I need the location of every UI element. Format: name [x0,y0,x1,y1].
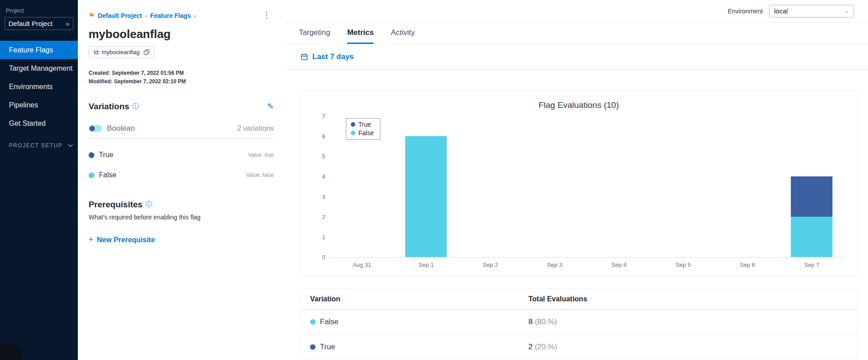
x-axis-tick-label: Sep 5 [651,257,715,274]
main-content: Environment local ⌄ Targeting Metrics Ac… [284,0,868,360]
sidebar-project-setup-toggle[interactable]: PROJECT SETUP [4,142,73,149]
flag-id-chip[interactable]: Id: mybooleanflag [89,46,154,58]
chart-title: Flag Evaluations (10) [310,100,847,110]
bar-false-sep-7[interactable] [791,217,833,257]
x-axis-tick-label: Sep 2 [458,257,523,274]
y-axis-tick-label: 5 [322,153,325,160]
sidebar: Project Default Project » Feature Flags … [0,0,78,360]
variation-type-label: Boolean [107,124,135,133]
flag-evaluations-chart: Flag Evaluations (10) 01234567 TrueFalse… [301,91,857,277]
legend-label: True [358,121,371,128]
variation-name: False [99,171,116,179]
tab-bar: Targeting Metrics Activity [284,22,868,44]
variation-row-true: True Value: true [89,151,274,159]
info-icon[interactable]: ⓘ [145,201,152,209]
variations-heading-text: Variations [89,102,129,111]
breadcrumb-project-link[interactable]: Default Project [98,12,142,19]
x-axis-tick-label: Sep 1 [394,257,459,274]
date-range-label: Last 7 days [312,52,354,61]
copy-icon[interactable] [144,49,149,55]
info-icon[interactable]: ⓘ [132,103,139,111]
variation-value: Value: false [246,172,274,178]
bar-true-sep-7[interactable] [791,176,833,217]
sidebar-item-get-started[interactable]: Get Started [0,114,78,133]
variation-name: True [99,151,113,159]
help-beacon[interactable] [0,343,21,360]
breadcrumb-feature-flags-link[interactable]: Feature Flags [150,12,191,19]
tab-activity[interactable]: Activity [391,22,415,44]
chart-legend: TrueFalse [346,118,380,140]
plus-icon: + [89,235,94,244]
x-axis-tick-label: Aug 31 [330,257,394,274]
project-setup-label: PROJECT SETUP [9,142,63,149]
variation-type-row: Boolean 2 variations [89,124,274,133]
flag-title: mybooleanflag [89,27,274,41]
prerequisites-description: What's required before enabling this fla… [89,214,274,221]
row-total: 2 [528,343,532,351]
y-axis-tick-label: 0 [322,254,325,261]
more-options-icon[interactable]: ⋮ [260,12,274,18]
column-header-total-evaluations: Total Evaluations [528,295,847,303]
y-axis-tick-label: 4 [322,173,325,180]
tab-metrics[interactable]: Metrics [347,22,374,44]
calendar-icon [301,53,308,60]
legend-dot [351,122,355,127]
project-selector[interactable]: Default Project » [4,17,73,30]
x-axis: Aug 31Sep 1Sep 2Sep 3Sep 4Sep 5Sep 6Sep … [330,257,844,274]
sidebar-item-target-management[interactable]: Target Management [0,59,78,77]
app-root: Project Default Project » Feature Flags … [0,0,868,360]
variations-heading: Variations ⓘ [89,102,139,111]
legend-item-false[interactable]: False [351,129,374,137]
row-percent: (20.%) [535,343,557,351]
project-label: Project [6,7,73,14]
flag-meta: Created: September 7, 2022 01:56 PM Modi… [89,69,274,86]
legend-item-true[interactable]: True [351,121,374,128]
date-range-filter[interactable]: Last 7 days [284,44,868,70]
table-row: False 8 (80.%) [301,310,856,335]
x-axis-tick-label: Sep 6 [715,257,780,274]
bar-false-sep-1[interactable] [405,136,447,257]
y-axis-tick-label: 7 [322,113,325,120]
false-variation-dot [310,319,315,325]
row-variation-name: True [320,343,335,351]
false-variation-dot [89,172,94,178]
new-prerequisite-button[interactable]: + New Prerequisite [89,235,155,244]
created-date: Created: September 7, 2022 01:56 PM [89,69,274,77]
new-prerequisite-label: New Prerequisite [97,236,155,244]
sidebar-item-pipelines[interactable]: Pipelines [0,96,78,114]
legend-label: False [358,129,374,137]
prerequisites-heading-text: Prerequisites [89,200,142,210]
project-name: Default Project [9,20,52,27]
divider [89,138,274,139]
variation-row-false: False Value: false [89,171,274,179]
y-axis-tick-label: 6 [322,133,325,140]
variation-value: Value: true [248,152,274,158]
boolean-toggle-icon [89,125,102,132]
environment-bar: Environment local ⌄ [284,0,868,22]
x-axis-tick-label: Sep 7 [779,257,844,274]
x-axis-tick-label: Sep 3 [523,257,587,274]
breadcrumb-separator-icon: › [194,13,196,19]
variation-count: 2 variations [237,124,274,133]
environment-value: local [774,7,788,15]
column-header-variation: Variation [310,295,528,303]
y-axis-tick-label: 2 [322,214,325,221]
environment-select[interactable]: local ⌄ [769,5,854,17]
true-variation-dot [310,344,315,350]
y-axis-tick-label: 1 [322,234,325,241]
flag-id-text: Id: mybooleanflag [94,49,140,56]
breadcrumb-separator-icon: › [145,13,147,19]
chevron-down-icon: ⌄ [844,8,849,14]
sidebar-item-feature-flags[interactable]: Feature Flags [0,41,78,59]
metrics-table: Variation Total Evaluations False 8 (80.… [301,288,857,360]
edit-pencil-icon[interactable]: ✎ [267,102,274,111]
modified-date: Modified: September 7, 2022 02:10 PM [89,77,274,86]
sidebar-item-environments[interactable]: Environments [0,77,78,96]
double-chevron-icon: » [66,20,69,27]
row-total: 8 [528,317,532,326]
legend-dot [351,131,355,135]
feature-flag-icon: ⚑ [89,12,94,20]
tab-targeting[interactable]: Targeting [299,22,330,44]
row-variation-name: False [320,317,339,326]
chart-plot-area: TrueFalse [330,116,844,257]
